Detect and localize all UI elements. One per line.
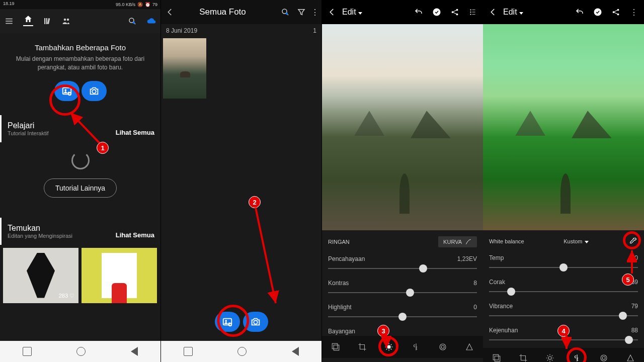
annotation-badge-2: 2 <box>249 196 261 208</box>
tint-slider[interactable] <box>489 288 638 296</box>
more-icon[interactable]: ⋮ <box>629 7 639 17</box>
more-tutorials-button[interactable]: Tutorial Lainnya <box>44 178 117 198</box>
edit-dropdown[interactable]: Edit <box>503 8 523 17</box>
svg-rect-20 <box>334 345 339 350</box>
home-button[interactable] <box>237 347 247 356</box>
wb-dropdown[interactable]: Kustom <box>564 238 588 244</box>
home-panel: 18.19 95.0 KB/s 🔕⏰ 79 Tambahkan Beberapa… <box>0 0 161 362</box>
all-photos-title: Semua Foto <box>171 7 274 17</box>
temp-value: 0 <box>634 254 638 261</box>
svg-point-1 <box>133 22 135 24</box>
light-section-label: RINGAN <box>328 239 350 245</box>
add-photos-subtitle: Mulai dengan menambahkan beberapa foto d… <box>6 55 154 72</box>
shadow-label: Bayangan <box>328 328 355 335</box>
home-button[interactable] <box>76 347 86 356</box>
discover-item[interactable] <box>82 248 157 303</box>
saturation-value: 88 <box>631 327 638 334</box>
back-button[interactable] <box>131 347 138 356</box>
annotation-badge-3: 3 <box>377 325 389 337</box>
back-button[interactable] <box>292 347 299 356</box>
edit-dropdown[interactable]: Edit <box>342 8 362 17</box>
temp-label: Temp <box>489 254 504 261</box>
svg-point-32 <box>602 356 605 359</box>
share-icon[interactable] <box>611 7 621 17</box>
status-time: 18.19 <box>3 1 15 8</box>
library-tab-icon[interactable] <box>42 16 52 26</box>
status-bar: 18.19 95.0 KB/s 🔕⏰ 79 <box>0 0 160 9</box>
discover-see-all[interactable]: Lihat Semua <box>116 231 154 239</box>
effects-icon[interactable] <box>437 341 448 352</box>
svg-rect-28 <box>493 354 499 360</box>
like-count: 283 <box>59 293 68 299</box>
detail-icon[interactable] <box>464 341 475 352</box>
crop-icon[interactable] <box>518 352 529 362</box>
confirm-icon[interactable] <box>432 7 442 17</box>
svg-point-27 <box>617 14 619 16</box>
menu-icon[interactable] <box>4 16 14 26</box>
svg-point-14 <box>456 9 458 11</box>
recent-apps-button[interactable] <box>184 347 193 356</box>
svg-point-22 <box>440 344 446 350</box>
eyedropper-icon[interactable] <box>628 236 638 246</box>
contrast-slider[interactable] <box>328 289 477 297</box>
svg-point-26 <box>617 9 619 11</box>
people-tab-icon[interactable] <box>61 16 71 26</box>
svg-point-15 <box>456 14 458 16</box>
svg-point-16 <box>470 9 471 10</box>
home-tab-icon[interactable] <box>23 16 33 26</box>
annotation-circle-1 <box>49 84 80 116</box>
wb-label: White balance <box>489 238 524 244</box>
learn-see-all[interactable]: Lihat Semua <box>116 129 154 136</box>
search-icon[interactable] <box>280 7 290 17</box>
system-nav-bar <box>0 341 160 362</box>
crop-icon[interactable] <box>357 341 368 352</box>
edit-color-panel: Edit ⋮ White balance Kustom Temp0 Corak-… <box>483 0 644 362</box>
light-tool-icon[interactable] <box>383 341 394 352</box>
effects-icon[interactable] <box>598 352 609 362</box>
contrast-label: Kontras <box>328 280 349 287</box>
svg-point-17 <box>470 12 471 13</box>
tint-label: Corak <box>489 279 505 286</box>
settings-icon[interactable] <box>468 7 478 17</box>
more-icon[interactable]: ⋮ <box>312 7 317 17</box>
presets-icon[interactable] <box>491 352 502 362</box>
highlight-slider[interactable] <box>328 313 477 321</box>
svg-point-11 <box>254 320 257 324</box>
presets-icon[interactable] <box>330 341 341 352</box>
svg-point-23 <box>441 345 444 348</box>
undo-icon[interactable] <box>414 7 424 17</box>
color-tool-icon[interactable] <box>572 352 583 362</box>
exposure-slider[interactable] <box>328 264 477 273</box>
annotation-badge-4: 4 <box>557 325 570 337</box>
photo-thumbnail[interactable] <box>163 38 206 99</box>
exposure-label: Pencahayaan <box>328 255 365 262</box>
cloud-icon[interactable] <box>146 16 156 26</box>
saturation-slider[interactable] <box>489 336 638 344</box>
status-net: 95.0 KB/s <box>116 2 135 7</box>
temp-slider[interactable] <box>489 263 638 272</box>
recent-apps-button[interactable] <box>23 347 32 356</box>
back-icon[interactable] <box>327 7 337 17</box>
discover-heading: Temukan <box>8 224 72 233</box>
color-icon[interactable] <box>411 341 422 352</box>
confirm-icon[interactable] <box>593 7 603 17</box>
svg-rect-19 <box>332 343 338 349</box>
svg-point-18 <box>470 14 471 15</box>
highlight-label: Highlight <box>328 304 352 311</box>
search-icon[interactable] <box>127 16 137 26</box>
detail-icon[interactable] <box>625 352 636 362</box>
annotation-circle-4 <box>567 347 587 362</box>
discover-item[interactable]: 283 ♡ <box>3 248 78 303</box>
share-icon[interactable] <box>450 7 460 17</box>
camera-button[interactable] <box>82 81 107 101</box>
svg-point-7 <box>286 13 288 15</box>
back-icon[interactable] <box>488 7 498 17</box>
curve-button[interactable]: KURVA <box>438 236 477 247</box>
highlight-value: 0 <box>473 304 477 311</box>
annotation-circle-2 <box>217 305 249 337</box>
svg-point-25 <box>613 11 615 13</box>
light-tool-icon[interactable] <box>544 352 555 362</box>
vibrance-slider[interactable] <box>489 312 638 320</box>
undo-icon[interactable] <box>575 7 585 17</box>
filter-icon[interactable] <box>296 7 306 17</box>
